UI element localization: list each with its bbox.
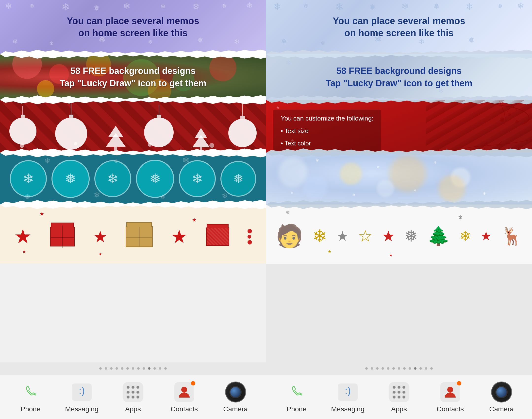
left-contacts-icon [173, 381, 195, 403]
dot-8 [137, 367, 140, 370]
right-apps-label: Apps [391, 405, 407, 413]
r-apps-dot-9 [402, 396, 405, 399]
right-banner2-text: 58 FREE background designs Tap "Lucky Dr… [279, 65, 519, 89]
dot-10 [148, 367, 150, 370]
dot-2 [105, 367, 107, 370]
r-dot-4 [382, 367, 384, 370]
dot-13 [164, 367, 167, 370]
left-messaging-icon: :) [71, 381, 93, 403]
dot-11 [153, 367, 156, 370]
phone-icon-svg [23, 384, 39, 400]
left-banner2-text: 58 FREE background designs Tap "Lucky Dr… [13, 65, 253, 89]
svg-point-4 [447, 387, 453, 393]
left-apps-icon [122, 381, 144, 403]
right-panel: ❄ ❅ ❄ ❅ ❄ ❅ ❄ ❅ ❄ ❅ ❄ ❅ ❄ ❅ You can plac… [266, 0, 532, 419]
right-nav-camera[interactable]: Camera [476, 381, 527, 413]
left-camera-icon [224, 381, 247, 403]
dot-3 [110, 367, 113, 370]
apps-dot-4 [127, 391, 130, 394]
r-dot-9 [409, 367, 411, 370]
right-camera-label: Camera [489, 405, 514, 413]
apps-dot-6 [136, 391, 139, 394]
left-banner-5: ★ ★ ★ [0, 205, 266, 264]
r-dot-1 [365, 367, 368, 370]
right-nav-messaging[interactable]: :) Messaging [322, 381, 373, 413]
dot-7 [132, 367, 134, 370]
left-contacts-label: Contacts [171, 405, 198, 413]
right-bottom-nav: Phone :) Messaging [266, 375, 532, 419]
left-nav-camera[interactable]: Camera [210, 381, 261, 413]
r-dot-3 [376, 367, 379, 370]
customize-title: You can customize the following: [281, 115, 373, 122]
right-phone-icon [285, 381, 308, 403]
right-banner-4: ❄ ❅ ❄ ❅ ❄ ❅ ❄ [266, 153, 532, 205]
left-bottom-nav: Phone :) Messaging [0, 375, 266, 419]
r-apps-dot-2 [398, 386, 400, 389]
right-contact-svg [444, 385, 457, 399]
contact-svg [178, 385, 191, 399]
right-banner-1: ❄ ❅ ❄ ❅ ❄ ❅ ❄ ❅ ❄ ❅ ❄ ❅ ❄ ❅ You can plac… [266, 0, 532, 54]
r-dot-10 [414, 367, 416, 370]
right-nav-contacts[interactable]: Contacts [425, 381, 476, 413]
left-banner-3 [0, 100, 266, 153]
left-messaging-label: Messaging [65, 405, 98, 413]
r-apps-dot-1 [393, 386, 396, 389]
right-banner-5: 🧑 ❄ ★ ☆ ★ ❅ 🌲 ❄ ★ 🦌 ❅ [266, 205, 532, 264]
r-apps-dot-5 [398, 391, 400, 394]
right-banner-2: ❄ ❅ ❄ ❅ ❄ 58 FREE background designs Tap… [266, 54, 532, 100]
dot-4 [116, 367, 118, 370]
left-nav-contacts[interactable]: Contacts [159, 381, 210, 413]
dot-5 [121, 367, 123, 370]
r-apps-dot-4 [393, 391, 396, 394]
apps-dot-7 [127, 396, 130, 399]
left-nav-apps[interactable]: Apps [107, 381, 159, 413]
r-dot-7 [398, 367, 400, 370]
left-content: ❄ ❅ ❄ ❅ ❄ ❅ ❄ ❅ ❄ ❅ ❄ ❅ ❄ ❅ ❄ You can pl… [0, 0, 266, 362]
dot-6 [126, 367, 129, 370]
floral-decoration [412, 100, 532, 153]
r-dot-2 [371, 367, 373, 370]
right-contacts-label: Contacts [437, 405, 464, 413]
left-phone-label: Phone [21, 405, 41, 413]
left-banner-2: 58 FREE background designs Tap "Lucky Dr… [0, 54, 266, 100]
left-banner-1: ❄ ❅ ❄ ❅ ❄ ❅ ❄ ❅ ❄ ❅ ❄ ❅ ❄ ❅ ❄ You can pl… [0, 0, 266, 54]
r-apps-dot-3 [402, 386, 405, 389]
r-dot-13 [430, 367, 433, 370]
apps-dot-9 [136, 396, 139, 399]
r-apps-dot-6 [402, 391, 405, 394]
left-pagination [0, 362, 266, 375]
right-pagination [266, 362, 532, 375]
right-banner1-text: You can place several memos on home scre… [333, 15, 465, 39]
left-banner1-text: You can place several memos on home scre… [67, 15, 199, 39]
right-nav-phone[interactable]: Phone [271, 381, 322, 413]
svg-point-2 [508, 113, 511, 116]
r-apps-dot-8 [398, 396, 400, 399]
right-camera-icon [490, 381, 513, 403]
dot-9 [143, 367, 145, 370]
right-messaging-label: Messaging [331, 405, 364, 413]
apps-dot-5 [132, 391, 134, 394]
apps-dot-1 [127, 386, 130, 389]
left-nav-phone[interactable]: Phone [5, 381, 56, 413]
r-apps-dot-7 [393, 396, 396, 399]
right-banner-3: ★ ★ ★ You can customize the following: •… [266, 100, 532, 153]
svg-point-1 [500, 118, 504, 122]
right-apps-icon [388, 381, 410, 403]
right-messaging-icon: :) [337, 381, 359, 403]
svg-point-3 [515, 120, 519, 124]
left-panel: ❄ ❅ ❄ ❅ ❄ ❅ ❄ ❅ ❄ ❅ ❄ ❅ ❄ ❅ ❄ You can pl… [0, 0, 266, 419]
contact-badge [191, 381, 195, 385]
left-nav-messaging[interactable]: :) Messaging [56, 381, 107, 413]
right-nav-apps[interactable]: Apps [373, 381, 425, 413]
apps-dot-8 [132, 396, 134, 399]
right-content: ❄ ❅ ❄ ❅ ❄ ❅ ❄ ❅ ❄ ❅ ❄ ❅ ❄ ❅ You can plac… [266, 0, 532, 362]
left-camera-label: Camera [223, 405, 248, 413]
left-banner-4: ❄ ❅ ❄ ❅ ❄ ❅ ❄ ❅ ❄ [0, 153, 266, 205]
left-phone-icon [19, 381, 42, 403]
right-contact-badge [457, 381, 461, 385]
dot-1 [99, 367, 102, 370]
customize-item-1: • Text size [281, 125, 373, 137]
dot-12 [159, 367, 161, 370]
right-phone-label: Phone [287, 405, 307, 413]
right-phone-svg [289, 384, 305, 400]
